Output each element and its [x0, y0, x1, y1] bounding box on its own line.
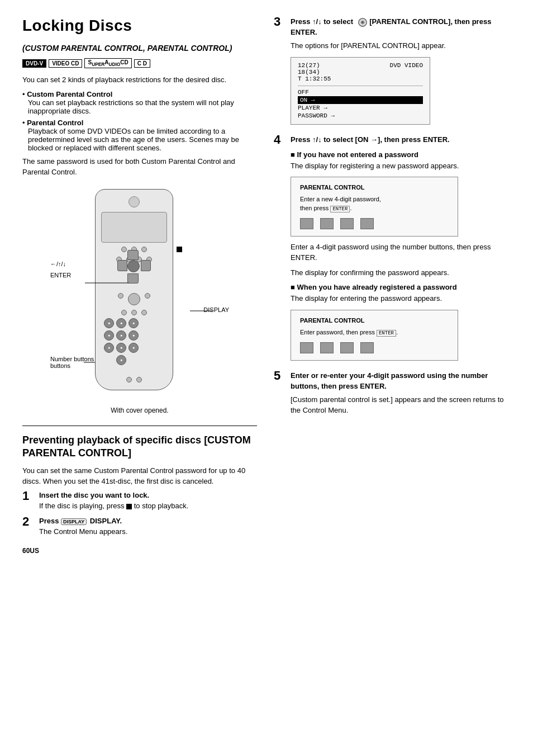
step-1-body: If the disc is playing, press to stop pl… — [39, 502, 257, 510]
after-parental-text-1: Enter a 4-digit password using the numbe… — [291, 242, 511, 263]
password-sq-e1 — [300, 342, 313, 353]
password-squares-new — [300, 218, 449, 229]
menu-times: 12(27) 18(34) T 1:32:55 — [298, 62, 331, 82]
diagram-caption: With cover opened. — [22, 406, 257, 415]
dpad[interactable] — [117, 250, 151, 284]
num-empty-9 — [141, 355, 151, 365]
menu-item-off: OFF — [298, 88, 423, 96]
bullet-title-2: Parental Control — [27, 119, 83, 127]
remote-body: ● ● ● ● ● ● ● ● ● ● — [95, 189, 173, 390]
parental-box-new-text: Enter a new 4-digit password, then press… — [300, 195, 449, 212]
subsection-registered-text: The display for entering the password ap… — [291, 294, 511, 304]
password-squares-existing — [300, 342, 449, 353]
menu-time-1: 12(27) — [298, 62, 331, 69]
page-footer: 60US — [22, 547, 257, 555]
step-1-content: Insert the disc you want to lock. If the… — [39, 491, 257, 510]
step-1-num: 1 — [22, 490, 34, 502]
num-empty-2 — [153, 318, 163, 328]
right-step-4-header: 4 Press ↑/↓ to select [ON →], then press… — [274, 135, 511, 146]
enter-label: ENTER — [50, 272, 71, 278]
remote-btn-round[interactable] — [128, 293, 140, 305]
step-1-title: Insert the disc you want to lock. — [39, 491, 257, 499]
step-1: 1 Insert the disc you want to lock. If t… — [22, 491, 257, 510]
num-btn-6[interactable]: ● — [129, 330, 139, 341]
parental-box-new: PARENTAL CONTROL Enter a new 4-digit pas… — [291, 177, 458, 237]
right-step-4: 4 Press ↑/↓ to select [ON →], then press… — [274, 135, 511, 361]
subsection-no-password-title: If you have not entered a password — [291, 150, 511, 159]
bullet-list: Custom Parental Control You can set play… — [22, 90, 257, 152]
remote-btn-row4-2 — [131, 310, 137, 315]
step-2: 2 Press DISPLAY DISPLAY. The Control Men… — [22, 517, 257, 536]
dpad-label-text: ←/↑/↓ — [50, 261, 66, 267]
menu-time-2: 18(34) — [298, 69, 331, 75]
subsection-registered-title: When you have already registered a passw… — [291, 283, 511, 291]
buttons-word: buttons — [50, 362, 70, 369]
badge-cd: C D — [134, 59, 150, 68]
num-btn-0[interactable]: ● — [116, 355, 126, 365]
menu-time-3: T 1:32:55 — [298, 75, 331, 82]
bullet-text-1: You can set playback restrictions so tha… — [28, 98, 234, 115]
num-btn-3[interactable]: ● — [129, 318, 139, 328]
dpad-label: ←/↑/↓ — [50, 261, 66, 267]
num-btn-2[interactable]: ● — [116, 318, 126, 328]
dpad-down[interactable] — [127, 273, 139, 284]
menu-item-player: PLAYER → — [298, 104, 423, 112]
menu-display: 12(27) 18(34) T 1:32:55 DVD VIDEO OFF ON… — [291, 57, 430, 125]
step-2-body: The Control Menu appears. — [39, 527, 257, 536]
right-step-3: 3 Press ↑/↓ to select [PARENTAL CONTROL]… — [274, 17, 511, 125]
num-empty-8 — [129, 355, 139, 365]
display-icon: DISPLAY — [61, 518, 87, 525]
left-column: Locking Discs (CUSTOM PARENTAL CONTROL, … — [22, 17, 257, 555]
badge-sacd: SUPERAUDIOCD — [84, 58, 131, 68]
remote-btn-row-bottom — [96, 377, 173, 382]
svg-point-5 — [361, 21, 364, 23]
password-sq-3 — [340, 218, 354, 229]
numpad: ● ● ● ● ● ● ● ● ● ● — [104, 318, 163, 365]
num-btn-8[interactable]: ● — [116, 343, 126, 353]
remote-btn-row-4 — [96, 310, 173, 315]
right-step-3-num: 3 — [274, 16, 285, 28]
section-divider — [22, 426, 257, 426]
remote-btn-bottom-1 — [126, 377, 132, 382]
menu-item-on: ON → — [298, 96, 423, 104]
right-step-5-body: [Custom parental control is set.] appear… — [274, 395, 511, 416]
num-btn-5[interactable]: ● — [116, 330, 126, 341]
section-subtitle: (CUSTOM PARENTAL CONTROL, PARENTAL CONTR… — [22, 44, 257, 53]
preventing-title: Preventing playback of specific discs [C… — [22, 434, 257, 460]
stop-icon — [126, 504, 132, 509]
bullet-text-2: Playback of some DVD VIDEOs can be limit… — [28, 127, 239, 152]
remote-btn-row4-1 — [121, 310, 127, 315]
num-btn-7[interactable]: ● — [104, 343, 114, 353]
dpad-right[interactable] — [141, 260, 151, 271]
menu-display-header: 12(27) 18(34) T 1:32:55 DVD VIDEO — [298, 62, 423, 82]
right-step-5: 5 Enter or re-enter your 4-digit passwor… — [274, 371, 511, 415]
remote-btn-small-8 — [118, 293, 123, 299]
right-step-5-header: 5 Enter or re-enter your 4-digit passwor… — [274, 371, 511, 391]
parental-box-new-title: PARENTAL CONTROL — [300, 184, 449, 191]
subsection-no-password-text: The display for registering a new passwo… — [291, 161, 511, 172]
dpad-up[interactable] — [127, 250, 139, 260]
menu-items: OFF ON → PLAYER → PASSWORD → — [298, 86, 423, 120]
num-btn-9[interactable]: ● — [129, 343, 139, 353]
dpad-left[interactable] — [117, 260, 127, 271]
page-title: Locking Discs — [22, 17, 257, 35]
password-sq-2 — [320, 218, 334, 229]
display-label: DISPLAY — [203, 306, 229, 313]
menu-dvd-label: DVD VIDEO — [390, 62, 423, 82]
svg-rect-3 — [177, 247, 182, 252]
dpad-enter[interactable] — [127, 260, 140, 272]
password-sq-e2 — [320, 342, 334, 353]
step-2-content: Press DISPLAY DISPLAY. The Control Menu … — [39, 517, 257, 536]
remote-btn-small-9 — [145, 293, 150, 299]
step-3-desc: The options for [PARENTAL CONTROL] appea… — [291, 41, 511, 51]
password-sq-e4 — [360, 342, 374, 353]
disc-badges: DVD-V VIDEO CD SUPERAUDIOCD C D — [22, 58, 257, 68]
badge-videocd: VIDEO CD — [49, 59, 82, 68]
num-btn-1[interactable]: ● — [104, 318, 114, 328]
intro-text: You can set 2 kinds of playback restrict… — [22, 75, 257, 86]
password-sq-1 — [300, 218, 313, 229]
num-empty-7 — [104, 355, 114, 365]
num-empty-6 — [153, 343, 163, 353]
num-btn-4[interactable]: ● — [104, 330, 114, 341]
remote-btn-bottom-2 — [136, 377, 142, 382]
